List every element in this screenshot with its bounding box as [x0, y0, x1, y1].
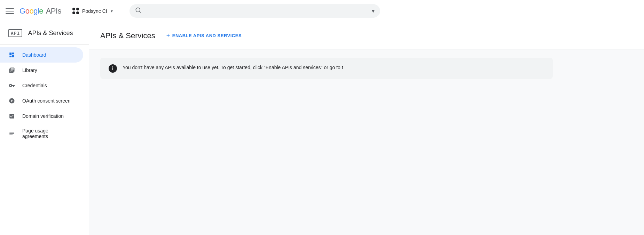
- enable-apis-button-label: ENABLE APIS AND SERVICES: [172, 33, 242, 38]
- oauth-icon: [8, 97, 15, 104]
- logo-e: e: [39, 7, 43, 16]
- sidebar-item-domain[interactable]: Domain verification: [0, 108, 83, 124]
- project-chevron-icon: ▾: [111, 9, 113, 14]
- sidebar-item-page-usage[interactable]: Page usage agreements: [0, 124, 83, 143]
- sidebar-item-library[interactable]: Library: [0, 63, 83, 78]
- main-layout: API APIs & Services Dashboard: [0, 22, 644, 235]
- hamburger-menu-button[interactable]: [6, 7, 14, 15]
- domain-verification-icon: [8, 113, 15, 120]
- top-nav: Google APIs Podsync CI ▾ ▾: [0, 0, 644, 22]
- credentials-icon: [8, 82, 15, 89]
- logo-apis: APIs: [46, 7, 61, 16]
- search-bar: ▾: [129, 4, 380, 18]
- logo-o2: o: [29, 7, 33, 16]
- sidebar: API APIs & Services Dashboard: [0, 22, 89, 235]
- google-logo: Google APIs: [19, 7, 61, 16]
- logo-gl: gl: [33, 7, 39, 16]
- sidebar-item-page-usage-label: Page usage agreements: [22, 128, 75, 139]
- enable-apis-button[interactable]: + ENABLE APIS AND SERVICES: [162, 29, 246, 42]
- info-banner: i You don't have any APIs available to u…: [100, 58, 553, 79]
- logo-o1: o: [25, 7, 30, 16]
- plus-icon: +: [166, 32, 170, 39]
- svg-line-1: [139, 11, 140, 12]
- project-name: Podsync CI: [82, 8, 107, 14]
- api-badge: API: [8, 29, 22, 37]
- sidebar-item-oauth[interactable]: OAuth consent screen: [0, 93, 83, 108]
- logo-g: G: [19, 7, 25, 16]
- page-usage-icon: [8, 130, 15, 137]
- search-dropdown-icon[interactable]: ▾: [372, 8, 375, 14]
- sidebar-item-oauth-label: OAuth consent screen: [22, 98, 71, 104]
- info-banner-text: You don't have any APIs available to use…: [123, 64, 343, 71]
- search-icon: [135, 7, 141, 15]
- info-icon: i: [109, 64, 117, 73]
- sidebar-header: API APIs & Services: [0, 22, 89, 44]
- sidebar-item-dashboard-label: Dashboard: [22, 52, 46, 58]
- sidebar-item-library-label: Library: [22, 67, 37, 73]
- sidebar-item-credentials-label: Credentials: [22, 83, 47, 88]
- sidebar-item-credentials[interactable]: Credentials: [0, 78, 83, 93]
- content-header: APIs & Services + ENABLE APIS AND SERVIC…: [89, 22, 644, 49]
- sidebar-nav: Dashboard Library Credentials: [0, 44, 89, 235]
- project-selector[interactable]: Podsync CI ▾: [70, 6, 116, 16]
- sidebar-item-dashboard[interactable]: Dashboard: [0, 47, 83, 63]
- page-title: APIs & Services: [100, 31, 155, 40]
- library-icon: [8, 67, 15, 74]
- content-area: APIs & Services + ENABLE APIS AND SERVIC…: [89, 22, 644, 235]
- dashboard-icon: [8, 51, 15, 58]
- sidebar-item-domain-label: Domain verification: [22, 113, 64, 119]
- content-body: i You don't have any APIs available to u…: [89, 49, 644, 87]
- project-icon: [72, 8, 79, 15]
- search-input[interactable]: [146, 8, 372, 14]
- sidebar-title: APIs & Services: [28, 30, 73, 37]
